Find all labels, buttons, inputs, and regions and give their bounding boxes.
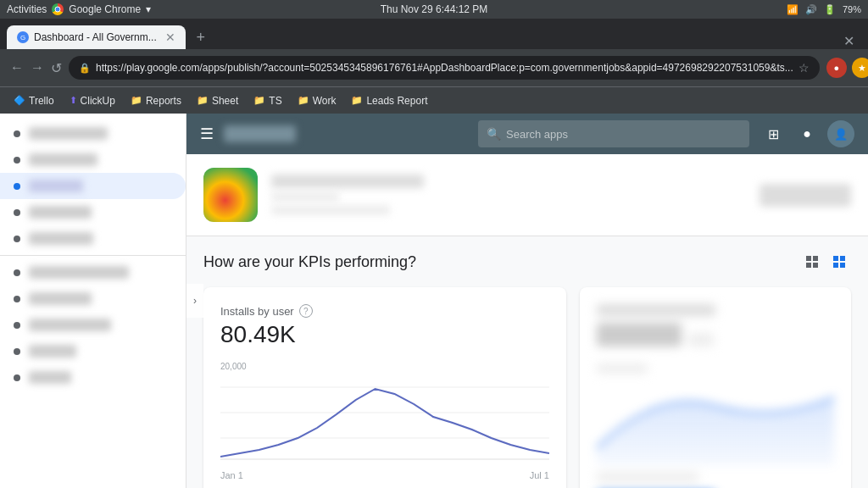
svg-rect-6 xyxy=(833,256,838,261)
sidebar-dot-7 xyxy=(14,296,20,302)
blur-card-subtitle xyxy=(597,363,648,374)
content-area: Dashboard Item Analytics Item Active Ite… xyxy=(0,114,868,488)
sidebar-dot-6 xyxy=(14,269,20,276)
x-label-jul: Jul 1 xyxy=(530,470,549,480)
grid-view-button[interactable] xyxy=(827,250,851,274)
app-subtitle xyxy=(271,191,339,202)
back-button[interactable]: ← xyxy=(10,60,24,75)
blur-card-value xyxy=(597,323,682,347)
header-action-btn-1[interactable]: ⊞ xyxy=(760,120,787,147)
hamburger-menu-icon[interactable]: ☰ xyxy=(200,125,214,143)
sidebar-item-3-label: Active Item xyxy=(29,180,83,192)
app-meta xyxy=(271,205,390,215)
app-action-button[interactable]: View in Store xyxy=(760,184,851,207)
new-tab-button[interactable]: + xyxy=(189,25,213,49)
bookmarks-bar: 🔷 Trello ⬆ ClickUp 📁 Reports 📁 Sheet 📁 T… xyxy=(0,86,868,114)
bookmark-ts[interactable]: 📁 TS xyxy=(247,92,288,110)
info-icon[interactable]: ? xyxy=(299,304,313,318)
browser-name: Google Chrome xyxy=(69,3,141,15)
activities-label[interactable]: Activities xyxy=(7,3,47,15)
blurred-card-content xyxy=(597,304,834,488)
kpi-cards: Installs by user ? 80.49K 20,000 xyxy=(203,287,851,488)
svg-rect-8 xyxy=(833,263,838,268)
sidebar: Dashboard Item Analytics Item Active Ite… xyxy=(0,114,186,488)
sidebar-item-8[interactable]: More Items Here xyxy=(0,312,186,338)
bookmark-clickup-label: ClickUp xyxy=(81,95,115,107)
sidebar-item-3[interactable]: Active Item xyxy=(0,173,186,199)
installs-chart-card: Installs by user ? 80.49K 20,000 xyxy=(203,287,566,488)
leads-folder-icon: 📁 xyxy=(351,95,363,106)
sidebar-item-2[interactable]: Analytics Item xyxy=(0,147,186,173)
blur-card-footer xyxy=(597,472,698,482)
tab-title: Dashboard - All Governm... xyxy=(34,31,157,43)
sidebar-scroll-arrow[interactable]: › xyxy=(186,284,203,318)
blur-card-change xyxy=(688,333,714,347)
chart-y-label: 20,000 xyxy=(220,362,247,371)
kpi-view-toggle xyxy=(800,250,851,274)
bookmark-reports[interactable]: 📁 Reports xyxy=(124,92,188,110)
sidebar-item-7[interactable]: Another Item xyxy=(0,286,186,312)
sidebar-item-4[interactable]: Reports Item xyxy=(0,199,186,225)
sidebar-item-9[interactable]: Item Nine xyxy=(0,338,186,364)
refresh-button[interactable]: ↺ xyxy=(51,60,62,76)
sidebar-dot-10 xyxy=(14,374,20,381)
sidebar-item-4-label: Reports Item xyxy=(29,206,92,219)
sidebar-item-7-label: Another Item xyxy=(29,292,92,305)
bookmark-leads-report[interactable]: 📁 Leads Report xyxy=(344,92,434,110)
window-close-button[interactable]: ✕ xyxy=(837,33,861,49)
sidebar-item-1[interactable]: Dashboard Item xyxy=(0,120,186,147)
app-header-title: Dashboard xyxy=(224,125,296,142)
sidebar-item-10[interactable]: Item Ten xyxy=(0,364,186,391)
star-icon[interactable]: ☆ xyxy=(798,61,810,75)
work-folder-icon: 📁 xyxy=(298,95,309,106)
kpi-title: How are your KPIs performing? xyxy=(203,253,416,271)
search-input[interactable] xyxy=(506,128,741,141)
sidebar-item-6-label: Longer Sidebar Item xyxy=(29,266,129,279)
sidebar-divider xyxy=(0,255,186,256)
system-bar: Activities Google Chrome ▾ Thu Nov 29 6:… xyxy=(0,0,868,19)
sidebar-item-6[interactable]: Longer Sidebar Item xyxy=(0,259,186,286)
profile-circle-icon[interactable]: ● xyxy=(826,58,847,78)
svg-rect-2 xyxy=(806,256,811,261)
bookmark-work-label: Work xyxy=(313,95,337,107)
chart-svg xyxy=(220,362,549,463)
forward-button[interactable]: → xyxy=(31,60,44,75)
secondary-chart-card xyxy=(580,287,851,488)
url-bar[interactable]: 🔒 https://play.google.com/apps/publish/?… xyxy=(69,56,820,80)
app-name xyxy=(271,175,424,188)
bookmark-sheet[interactable]: 📁 Sheet xyxy=(190,92,245,110)
list-view-button[interactable] xyxy=(800,250,824,274)
system-bar-left: Activities Google Chrome ▾ xyxy=(7,3,151,15)
chart-x-labels: Jan 1 Jul 1 xyxy=(220,470,549,480)
bookmark-clickup[interactable]: ⬆ ClickUp xyxy=(63,92,122,110)
sidebar-item-10-label: Item Ten xyxy=(29,371,71,384)
sheet-folder-icon: 📁 xyxy=(197,95,209,106)
system-bar-right: 📶 🔊 🔋 79% xyxy=(787,4,861,15)
browser-dropdown-icon[interactable]: ▾ xyxy=(146,3,151,15)
card-value: 80.49K xyxy=(220,321,549,348)
tab-close-button[interactable]: ✕ xyxy=(165,30,175,44)
bookmark-sheet-label: Sheet xyxy=(212,95,238,107)
main-panel: ☰ Dashboard 🔍 ⊞ ● 👤 xyxy=(186,114,868,488)
active-tab[interactable]: G Dashboard - All Governm... ✕ xyxy=(7,25,186,49)
tab-bar: G Dashboard - All Governm... ✕ + ✕ xyxy=(0,19,868,49)
extension-icon-1[interactable]: ★ xyxy=(852,58,868,78)
header-actions: ⊞ ● 👤 xyxy=(760,120,854,147)
app-action-area: View in Store xyxy=(760,184,851,207)
reports-folder-icon: 📁 xyxy=(131,95,142,106)
sidebar-dot-9 xyxy=(14,348,20,355)
header-action-btn-2[interactable]: ● xyxy=(793,120,821,147)
chrome-logo-icon xyxy=(52,3,64,15)
blur-chart-svg xyxy=(597,380,834,465)
trello-icon: 🔷 xyxy=(14,95,25,106)
svg-rect-7 xyxy=(840,256,845,261)
app-search-bar[interactable]: 🔍 xyxy=(478,120,749,147)
sidebar-dot-1 xyxy=(14,130,20,137)
bookmark-work[interactable]: 📁 Work xyxy=(291,92,343,110)
sidebar-item-5[interactable]: Settings Item xyxy=(0,225,186,252)
card-header: Installs by user ? xyxy=(220,304,549,318)
card-label: Installs by user xyxy=(220,305,294,318)
header-action-btn-3[interactable]: 👤 xyxy=(827,120,854,147)
bookmark-trello[interactable]: 🔷 Trello xyxy=(7,92,61,110)
chart-container: 20,000 xyxy=(220,362,549,463)
